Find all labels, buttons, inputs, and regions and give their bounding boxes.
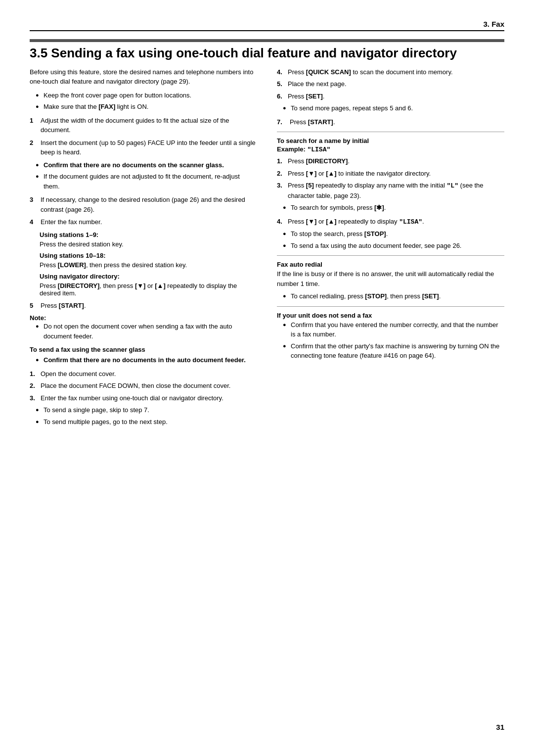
step-5-num: 5 <box>30 301 39 311</box>
right-step-5-text: Place the next page. <box>288 79 347 89</box>
search-example-label: Example: <box>277 145 307 153</box>
right-step-7-text: Press [START]. <box>290 117 504 127</box>
scanner-step-1: 1. Open the document cover. <box>30 369 257 379</box>
using-navigator-text: Press [DIRECTORY], then press [▼] or [▲]… <box>40 282 257 297</box>
step-2: 2 Insert the document (up to 50 pages) F… <box>30 138 257 157</box>
step2-bullets: Confirm that there are no documents on t… <box>36 160 257 191</box>
right-step-6-num: 6. <box>277 92 288 101</box>
using-stations-10-18-label: Using stations 10–18: <box>40 252 257 259</box>
divider-2 <box>277 255 504 256</box>
right-step-4: 4. Press [QUICK SCAN] to scan the docume… <box>277 67 504 77</box>
section-title: 3.5 Sending a fax using one-touch dial f… <box>30 39 504 61</box>
header-title: 3. Fax <box>483 20 504 28</box>
note-bullets: Do not open the document cover when send… <box>36 322 257 341</box>
search-step-3-num: 3. <box>277 181 288 200</box>
step2-bullet-guides: If the document guides are not adjusted … <box>36 172 257 191</box>
scanner-step3-bullet-1: To send a single page, skip to step 7. <box>36 405 257 415</box>
scanner-step3-bullets: To send a single page, skip to step 7. T… <box>36 405 257 426</box>
page-header: 3. Fax <box>30 20 504 31</box>
search-step-3: 3. Press [5] repeatedly to display any n… <box>277 181 504 200</box>
bullet-front-cover: Keep the front cover page open for butto… <box>36 91 257 100</box>
search-step-4-num: 4. <box>277 217 288 227</box>
scanner-step-3-num: 3. <box>30 393 41 403</box>
scanner-step-3: 3. Enter the fax number using one-touch … <box>30 393 257 403</box>
search-step-1-num: 1. <box>277 156 288 166</box>
step-1-num: 1 <box>30 116 39 135</box>
note-label: Note: <box>30 314 46 322</box>
scanner-step-2: 2. Place the document FACE DOWN, then cl… <box>30 381 257 391</box>
right-step-6: 6. Press [SET]. <box>277 92 504 101</box>
note-block: Note: Do not open the document cover whe… <box>30 314 257 341</box>
using-navigator-label: Using navigator directory: <box>40 273 257 280</box>
search-step-4-list: 4. Press [▼] or [▲] repeatedly to displa… <box>277 217 504 227</box>
using-stations-1-9-label: Using stations 1–9: <box>40 231 257 238</box>
scanner-step-1-num: 1. <box>30 369 41 379</box>
scanner-step-2-text: Place the document FACE DOWN, then close… <box>41 381 230 391</box>
search-step-2-text: Press [▼] or [▲] to initiate the navigat… <box>288 169 431 179</box>
bullet-fax-light: Make sure that the [FAX] light is ON. <box>36 102 257 112</box>
step-4: 4 Enter the fax number. <box>30 217 257 227</box>
search-step-4-text: Press [▼] or [▲] repeatedly to display "… <box>288 217 424 227</box>
scanner-step3-bullet-2: To send multiple pages, go to the next s… <box>36 417 257 427</box>
scanner-steps: 1. Open the document cover. 2. Place the… <box>30 369 257 403</box>
scanner-step-3-text: Enter the fax number using one-touch dia… <box>41 393 223 403</box>
scanner-step-2-num: 2. <box>30 381 41 391</box>
using-stations-section: Using stations 1–9: Press the desired st… <box>40 231 257 297</box>
divider-1 <box>277 132 504 132</box>
right-step-7: 7. Press [START]. <box>277 117 504 127</box>
search-example: Example: "LISA" <box>277 145 504 153</box>
search-step-3-text: Press [5] repeatedly to display any name… <box>288 181 504 200</box>
fax-auto-redial-bullets: To cancel redialing, press [STOP], then … <box>283 291 504 301</box>
fax-auto-redial-text: If the line is busy or if there is no an… <box>277 269 504 288</box>
page-number: 31 <box>496 723 504 731</box>
step-5: 5 Press [START]. <box>30 301 257 311</box>
search-step-1: 1. Press [DIRECTORY]. <box>277 156 504 166</box>
left-column: Before using this feature, store the des… <box>30 67 257 431</box>
scanner-glass-title: To send a fax using the scanner glass <box>30 346 257 353</box>
fax-auto-redial-cancel: To cancel redialing, press [STOP], then … <box>283 291 504 301</box>
scanner-glass-section: To send a fax using the scanner glass Co… <box>30 346 257 426</box>
right-step-5-num: 5. <box>277 79 288 89</box>
step-3-num: 3 <box>30 195 39 214</box>
step-2-text: Insert the document (up to 50 pages) FAC… <box>41 138 257 157</box>
right-step-7-num: 7. <box>277 117 288 127</box>
step2-bullet-confirm: Confirm that there are no documents on t… <box>36 160 257 170</box>
step-1-text: Adjust the width of the document guides … <box>41 116 257 135</box>
scanner-confirm-bullet: Confirm that there are no documents in t… <box>36 355 257 365</box>
search-step-1-text: Press [DIRECTORY]. <box>288 156 350 166</box>
search-title: To search for a name by initial <box>277 137 369 144</box>
step-4-num: 4 <box>30 217 39 227</box>
scanner-step-1-text: Open the document cover. <box>41 369 116 379</box>
search-step4-stop: To stop the search, press [STOP]. <box>283 229 504 239</box>
intro-text: Before using this feature, store the des… <box>30 67 257 87</box>
step-4-text: Enter the fax number. <box>41 217 257 227</box>
step-3-text: If necessary, change to the desired reso… <box>41 195 257 214</box>
search-step3-bullet: To search for symbols, press [✱]. <box>283 203 504 213</box>
right-step6-bullet-repeat: To send more pages, repeat steps 5 and 6… <box>283 103 504 113</box>
search-example-value: "LISA" <box>307 146 330 153</box>
fax-auto-redial-title: Fax auto redial <box>277 261 504 268</box>
two-col-layout: Before using this feature, store the des… <box>30 67 504 431</box>
right-step-6-text: Press [SET]. <box>288 92 324 101</box>
search-step4-feeder: To send a fax using the auto document fe… <box>283 241 504 251</box>
right-step-4-num: 4. <box>277 67 288 77</box>
right-step-4-text: Press [QUICK SCAN] to scan the document … <box>288 67 453 77</box>
right-column: 4. Press [QUICK SCAN] to scan the docume… <box>277 67 504 431</box>
page: 3. Fax 3.5 Sending a fax using one-touch… <box>0 0 534 756</box>
search-step-4: 4. Press [▼] or [▲] repeatedly to displa… <box>277 217 504 227</box>
step-2-num: 2 <box>30 138 39 157</box>
search-section-header: To search for a name by initial <box>277 137 504 144</box>
step-5-text: Press [START]. <box>41 301 257 311</box>
using-stations-10-18-text: Press [LOWER], then press the desired st… <box>40 261 257 269</box>
note-text: Do not open the document cover when send… <box>36 322 257 341</box>
right-step-5: 5. Place the next page. <box>277 79 504 89</box>
divider-3 <box>277 306 504 307</box>
unit-not-send-bullet-1: Confirm that you have entered the number… <box>283 320 504 339</box>
search-step4-bullets: To stop the search, press [STOP]. To sen… <box>283 229 504 250</box>
search-step-2-num: 2. <box>277 169 288 179</box>
unit-not-send-bullets: Confirm that you have entered the number… <box>283 320 504 361</box>
intro-bullets: Keep the front cover page open for butto… <box>36 91 257 112</box>
right-steps-4-7: 4. Press [QUICK SCAN] to scan the docume… <box>277 67 504 101</box>
unit-not-send-title: If your unit does not send a fax <box>277 312 504 319</box>
search-step3-symbols: To search for symbols, press [✱]. <box>283 203 504 213</box>
